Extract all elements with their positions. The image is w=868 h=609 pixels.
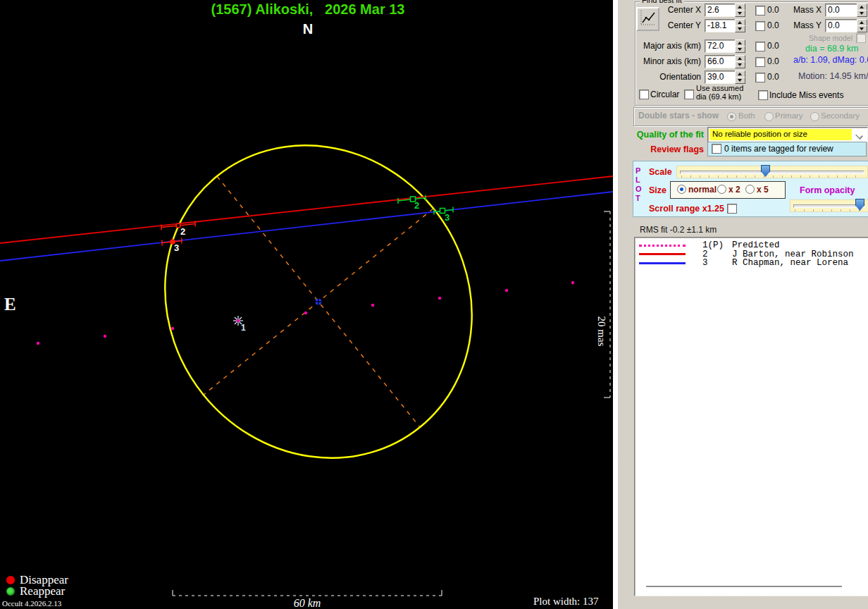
disappear-chord-label: 3 (174, 242, 179, 253)
mass-y-label: Mass Y (782, 20, 822, 30)
center-x-input[interactable]: 2.6 (705, 4, 738, 17)
reappear-dot-icon (6, 587, 15, 596)
find-best-fit-group-label: Find best fit (640, 0, 684, 4)
axis-ratio-dmag-label: a/b: 1.09, dMag: 0.09 (793, 55, 868, 65)
shape-model-checkbox (856, 33, 866, 43)
center-y-spinner[interactable] (735, 19, 745, 32)
double-stars-both-label: Both (738, 111, 755, 120)
mass-y-input[interactable]: 0.0 (825, 19, 860, 32)
size-normal-radio[interactable] (677, 185, 686, 194)
rms-fit-label: RMS fit -0.2 ±1.1 km (640, 225, 717, 235)
form-opacity-label: Form opacity (800, 185, 855, 195)
plot-title: (1567) Alikoski, 2026 Mar 13 (0, 1, 616, 18)
double-stars-secondary-radio (810, 112, 819, 121)
reappear-chord-label: 2 (414, 200, 419, 211)
occult-fit-window: { "plot": { "title": "(1567) Alikoski, 2… (0, 0, 868, 609)
use-assumed-dia-checkbox[interactable] (684, 90, 694, 99)
observer-row-3[interactable]: 3R Chapman, near Lorena (635, 259, 868, 268)
scroll-range-checkbox[interactable] (727, 204, 737, 214)
review-flags-label: Review flags (633, 144, 704, 154)
dropdown-arrow-icon[interactable] (852, 129, 866, 140)
observer-row-predicted[interactable]: 1(P)Predicted (635, 241, 868, 250)
size-x2-radio[interactable] (717, 185, 726, 194)
size-x5-label: x 5 (757, 185, 769, 195)
minor-axis-label: Minor axis (km) (620, 56, 701, 66)
predicted-path-dot (37, 342, 39, 345)
plot-letter-t: T (636, 194, 640, 203)
major-axis-input[interactable]: 72.0 (705, 39, 738, 53)
quality-of-fit-label: Quality of the fit (633, 130, 704, 140)
major-axis-label: Major axis (km) (620, 41, 701, 51)
predicted-path-dot (171, 327, 174, 330)
predicted-star-center (237, 319, 240, 323)
predicted-path-dot (371, 304, 374, 307)
predicted-path-dot (438, 297, 441, 300)
orientation-lock-checkbox[interactable] (755, 73, 765, 82)
orientation-input[interactable]: 39.0 (705, 70, 738, 84)
center-x-lock-checkbox[interactable] (755, 6, 765, 16)
center-y-input[interactable]: -18.1 (705, 19, 738, 32)
km-scale-label: 60 km (294, 597, 321, 609)
quality-of-fit-value: No reliable position or size (709, 129, 852, 140)
mas-scale-label: 20 mas (596, 316, 607, 347)
east-direction-label: E (4, 295, 16, 314)
predicted-star-label: 1 (241, 323, 246, 333)
predicted-line-sample (639, 245, 686, 247)
double-stars-label: Double stars - show (638, 111, 719, 121)
observer-row-2[interactable]: 2J Barton, near Robinson (635, 250, 868, 259)
reappear-chord-label: 3 (445, 212, 450, 223)
center-y-lock-checkbox[interactable] (755, 21, 765, 31)
motion-label: Motion: 14.95 km/s (798, 71, 868, 81)
center-y-label: Center Y (631, 20, 701, 30)
scroll-range-label: Scroll range x1.25 (649, 204, 724, 214)
include-miss-events-checkbox[interactable] (758, 90, 768, 100)
scale-slider[interactable] (676, 166, 868, 178)
chord2-line-sample (639, 253, 686, 255)
chord-line-2 (0, 176, 613, 243)
disappear-chord-label: 2 (180, 226, 185, 237)
fitted-diameter-label: dia = 68.9 km (805, 44, 858, 54)
minor-axis-spinner[interactable] (735, 55, 745, 68)
center-x-spinner[interactable] (735, 4, 745, 17)
predicted-path-dot (304, 312, 307, 314)
center-y-step-label: 0.0 (767, 20, 779, 30)
minor-axis-input[interactable]: 66.0 (705, 55, 738, 68)
use-assumed-dia-label-line2: dia (69.4 km) (696, 92, 741, 101)
north-direction-label: N (0, 21, 616, 37)
predicted-path-dot (505, 289, 508, 292)
mass-x-spinner[interactable] (857, 4, 867, 17)
chord3-line-sample (639, 262, 686, 264)
predicted-path-dot (104, 335, 106, 338)
plot-letter-p: P (636, 166, 640, 176)
observer-number: 3 (702, 258, 732, 268)
occultation-plot-svg: 1232320 mas60 km (0, 0, 614, 609)
reappear-legend-row: Reappear (6, 586, 68, 596)
observer-listbox[interactable]: 1(P)Predicted 2J Barton, near Robinson 3… (634, 237, 868, 596)
double-stars-both-radio (727, 112, 736, 121)
chord-line-3 (0, 192, 613, 261)
minor-axis-lock-checkbox[interactable] (755, 57, 765, 67)
quality-of-fit-dropdown[interactable]: No reliable position or size (707, 127, 868, 142)
double-stars-secondary-label: Secondary (821, 111, 860, 120)
occultation-plot-area[interactable]: 1232320 mas60 km (1567) Alikoski, 2026 M… (0, 0, 614, 609)
circular-label: Circular (650, 90, 679, 99)
major-axis-lock-checkbox[interactable] (755, 42, 765, 51)
circular-checkbox[interactable] (639, 90, 649, 99)
listbox-horizontal-scrollbar[interactable] (646, 586, 842, 587)
orientation-step-label: 0.0 (767, 72, 779, 82)
major-axis-spinner[interactable] (735, 39, 745, 53)
size-x5-radio[interactable] (745, 185, 755, 194)
size-normal-label: normal (688, 185, 717, 195)
size-x2-label: x 2 (728, 185, 740, 195)
mass-y-spinner[interactable] (857, 19, 867, 32)
app-version-label: Occult 4.2026.2.13 (2, 599, 61, 608)
use-assumed-dia-label-line1: Use assumed (696, 84, 743, 92)
review-flags-checkbox[interactable] (712, 144, 721, 154)
orientation-label: Orientation (620, 72, 701, 82)
center-x-label: Center X (631, 5, 701, 15)
plot-letter-l: L (636, 176, 640, 185)
mass-x-input[interactable]: 0.0 (825, 4, 860, 17)
disappear-dot-icon (6, 576, 15, 584)
orientation-spinner[interactable] (735, 70, 745, 84)
event-color-legend: Disappear Reappear (6, 574, 68, 597)
